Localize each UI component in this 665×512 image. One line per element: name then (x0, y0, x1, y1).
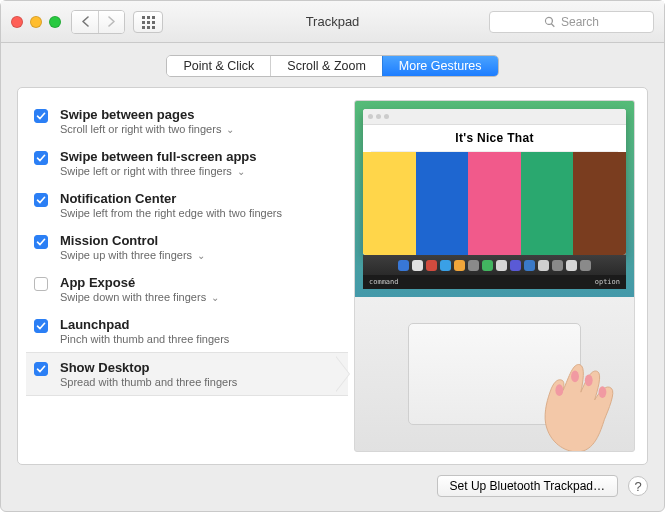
preview-screen: It's Nice That co (355, 101, 634, 297)
checkbox-swipe-between-pages[interactable] (34, 109, 48, 123)
tab-bar: Point & Click Scroll & Zoom More Gesture… (17, 55, 648, 77)
option-swipe-between-pages[interactable]: Swipe between pages Scroll left or right… (26, 100, 348, 142)
preview-artwork (363, 152, 626, 255)
option-title: Mission Control (60, 233, 205, 248)
help-button[interactable]: ? (628, 476, 648, 496)
preview-browser: It's Nice That (363, 109, 626, 255)
checkbox-mission-control[interactable] (34, 235, 48, 249)
option-subtitle-dropdown[interactable]: Scroll left or right with two fingers⌄ (60, 123, 234, 135)
search-placeholder: Search (561, 15, 599, 29)
zoom-window-button[interactable] (49, 16, 61, 28)
tab-more-gestures[interactable]: More Gestures (382, 56, 498, 76)
preview-browser-title: It's Nice That (363, 125, 626, 151)
option-title: Show Desktop (60, 360, 237, 375)
show-all-button[interactable] (133, 11, 163, 33)
option-title: Notification Center (60, 191, 282, 206)
tab-scroll-zoom[interactable]: Scroll & Zoom (270, 56, 382, 76)
hand-icon (526, 339, 624, 452)
grid-icon (142, 16, 154, 28)
preview-dock (363, 255, 626, 275)
chevron-down-icon: ⌄ (237, 166, 245, 177)
titlebar: Trackpad Search (1, 1, 664, 43)
checkbox-show-desktop[interactable] (34, 362, 48, 376)
option-swipe-fullscreen-apps[interactable]: Swipe between full-screen apps Swipe lef… (26, 142, 348, 184)
option-title: Swipe between full-screen apps (60, 149, 257, 164)
search-input[interactable]: Search (489, 11, 654, 33)
option-app-expose[interactable]: App Exposé Swipe down with three fingers… (26, 268, 348, 310)
option-subtitle: Pinch with thumb and three fingers (60, 333, 229, 345)
option-launchpad[interactable]: Launchpad Pinch with thumb and three fin… (26, 310, 348, 352)
preview-trackpad (355, 297, 634, 451)
option-subtitle-dropdown[interactable]: Swipe left or right with three fingers⌄ (60, 165, 257, 177)
option-subtitle: Spread with thumb and three fingers (60, 376, 237, 388)
minimize-window-button[interactable] (30, 16, 42, 28)
gesture-preview: It's Nice That co (354, 100, 635, 452)
option-title: Swipe between pages (60, 107, 234, 122)
window-controls (11, 16, 61, 28)
chevron-down-icon: ⌄ (197, 250, 205, 261)
svg-point-0 (555, 384, 563, 396)
option-subtitle-dropdown[interactable]: Swipe down with three fingers⌄ (60, 291, 219, 303)
checkbox-notification-center[interactable] (34, 193, 48, 207)
footer: Set Up Bluetooth Trackpad… ? (17, 475, 648, 497)
svg-point-1 (571, 371, 579, 383)
chevron-down-icon: ⌄ (211, 292, 219, 303)
option-title: Launchpad (60, 317, 229, 332)
close-window-button[interactable] (11, 16, 23, 28)
checkbox-swipe-fullscreen-apps[interactable] (34, 151, 48, 165)
checkbox-launchpad[interactable] (34, 319, 48, 333)
option-mission-control[interactable]: Mission Control Swipe up with three fing… (26, 226, 348, 268)
tab-segmented-control: Point & Click Scroll & Zoom More Gesture… (166, 55, 498, 77)
svg-point-2 (585, 374, 593, 386)
search-icon (544, 16, 556, 28)
option-subtitle-dropdown[interactable]: Swipe up with three fingers⌄ (60, 249, 205, 261)
option-subtitle: Swipe left from the right edge with two … (60, 207, 282, 219)
content-area: Point & Click Scroll & Zoom More Gesture… (1, 43, 664, 511)
option-title: App Exposé (60, 275, 219, 290)
tab-point-click[interactable]: Point & Click (167, 56, 270, 76)
option-show-desktop[interactable]: Show Desktop Spread with thumb and three… (26, 352, 348, 396)
checkbox-app-expose[interactable] (34, 277, 48, 291)
settings-panel: Swipe between pages Scroll left or right… (17, 87, 648, 465)
preview-keyboard-edge: command option (363, 275, 626, 289)
preferences-window: Trackpad Search Point & Click Scroll & Z… (0, 0, 665, 512)
options-list: Swipe between pages Scroll left or right… (26, 100, 348, 452)
chevron-down-icon: ⌄ (226, 124, 234, 135)
option-notification-center[interactable]: Notification Center Swipe left from the … (26, 184, 348, 226)
svg-point-3 (599, 386, 607, 398)
nav-back-forward (71, 10, 125, 34)
forward-button[interactable] (98, 11, 124, 33)
back-button[interactable] (72, 11, 98, 33)
setup-bluetooth-trackpad-button[interactable]: Set Up Bluetooth Trackpad… (437, 475, 618, 497)
